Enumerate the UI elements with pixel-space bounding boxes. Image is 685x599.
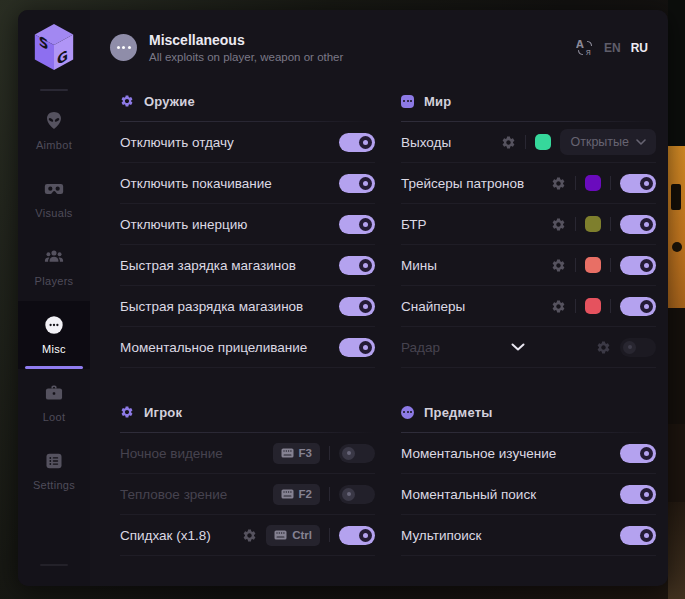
toggle[interactable] (620, 526, 656, 545)
feature-label: БТР (401, 217, 427, 232)
separator (329, 487, 330, 501)
section-title: Предметы (424, 405, 493, 420)
feature-row: Мины (401, 245, 656, 286)
expand-chevron-icon[interactable] (511, 343, 525, 351)
feature-row: Снайперы (401, 286, 656, 327)
ellipsis-circle-icon (43, 314, 65, 336)
toggle[interactable] (339, 485, 375, 504)
toggle[interactable] (339, 444, 375, 463)
cheat-menu-window: S G Aimbot Visuals Players Misc (18, 10, 668, 586)
feature-label: Выходы (401, 135, 451, 150)
sidebar-item-label: Loot (43, 411, 66, 423)
feature-label: Моментальный поиск (401, 487, 536, 502)
main-area: Miscellaneous All exploits on player, we… (90, 10, 668, 586)
dropdown[interactable]: Открытые (560, 129, 656, 155)
lang-ru-button[interactable]: RU (631, 41, 648, 55)
sidebar-nav: Aimbot Visuals Players Misc Loot (18, 97, 90, 505)
hotkey-badge[interactable]: Ctrl (266, 525, 320, 546)
feature-row: Выходы Открытые (401, 122, 656, 163)
section-world: Мир Выходы Открытые Трейсеры патронов БТ… (401, 87, 656, 368)
toggle[interactable] (339, 297, 375, 316)
color-swatch[interactable] (585, 257, 601, 273)
color-swatch[interactable] (585, 298, 601, 314)
feature-label: Отключить отдачу (120, 135, 234, 150)
gear-icon[interactable] (551, 299, 566, 314)
keyboard-icon (281, 448, 294, 458)
content-column-right: Мир Выходы Открытые Трейсеры патронов БТ… (401, 87, 656, 586)
toggle[interactable] (620, 215, 656, 234)
chevron-down-icon (636, 139, 646, 145)
lang-en-button[interactable]: EN (604, 41, 621, 55)
gear-icon[interactable] (551, 176, 566, 191)
hotkey-badge[interactable]: F2 (273, 484, 320, 505)
content: Оружие Отключить отдачу Отключить покачи… (90, 87, 668, 586)
keyboard-icon (281, 489, 294, 499)
sidebar-divider (40, 89, 68, 91)
separator (525, 135, 526, 149)
gear-icon[interactable] (242, 528, 257, 543)
misc-ellipsis-avatar-icon (110, 34, 137, 61)
gear-icon[interactable] (596, 340, 611, 355)
toggle[interactable] (339, 256, 375, 275)
color-swatch[interactable] (585, 216, 601, 232)
separator (329, 528, 330, 542)
gear-icon[interactable] (551, 258, 566, 273)
hotkey-badge[interactable]: F3 (273, 443, 320, 464)
toggle[interactable] (620, 174, 656, 193)
hotkey-label: F3 (299, 447, 312, 459)
sidebar-item-aimbot[interactable]: Aimbot (18, 97, 90, 165)
sidebar-item-label: Aimbot (36, 139, 72, 151)
sidebar-item-label: Visuals (35, 207, 72, 219)
section-weapon: Оружие Отключить отдачу Отключить покачи… (120, 87, 375, 368)
feature-label: Мультипоиск (401, 528, 481, 543)
feature-label: Трейсеры патронов (401, 176, 524, 191)
feature-label: Спидхак (x1.8) (120, 528, 211, 543)
sidebar-item-label: Misc (42, 343, 66, 355)
sidebar-bottom-divider (40, 564, 68, 566)
sidebar-item-players[interactable]: Players (18, 233, 90, 301)
hotkey-label: F2 (299, 488, 312, 500)
color-swatch[interactable] (585, 175, 601, 191)
sidebar-item-loot[interactable]: Loot (18, 369, 90, 437)
feature-label: Отключить покачивание (120, 176, 272, 191)
background-orange-banner (668, 146, 685, 308)
toggle[interactable] (339, 133, 375, 152)
toggle[interactable] (339, 215, 375, 234)
gear-icon[interactable] (551, 217, 566, 232)
page-title: Miscellaneous (149, 32, 343, 48)
svg-text:я: я (585, 47, 590, 57)
sidebar-item-visuals[interactable]: Visuals (18, 165, 90, 233)
players-group-icon (43, 246, 65, 268)
toggle[interactable] (620, 297, 656, 316)
toggle[interactable] (620, 444, 656, 463)
keyboard-icon (274, 530, 287, 540)
feature-label: Быстрая зарядка магазинов (120, 258, 296, 273)
app-logo-cube-icon: S G (31, 10, 77, 76)
toggle[interactable] (620, 485, 656, 504)
separator (575, 258, 576, 272)
sidebar-item-settings[interactable]: Settings (18, 437, 90, 505)
color-swatch[interactable] (535, 134, 551, 150)
gear-icon[interactable] (501, 135, 516, 150)
content-column-left: Оружие Отключить отдачу Отключить покачи… (120, 87, 375, 586)
toggle[interactable] (339, 174, 375, 193)
settings-list-icon (43, 450, 65, 472)
separator (575, 176, 576, 190)
feature-row: Радар (401, 327, 656, 368)
toggle[interactable] (620, 256, 656, 275)
toggle[interactable] (339, 338, 375, 357)
briefcase-icon (43, 382, 65, 404)
vr-goggles-icon (43, 178, 65, 200)
feature-label: Ночное видение (120, 446, 223, 461)
feature-row: Моментальное изучение (401, 433, 656, 474)
section-gear-icon (120, 94, 134, 108)
toggle[interactable] (339, 526, 375, 545)
section-player: Игрок Ночное видение F3 Тепловое зрение (120, 398, 375, 556)
toggle[interactable] (620, 338, 656, 357)
sidebar-item-misc[interactable]: Misc (18, 301, 90, 369)
section-items: Предметы Моментальное изучение Моменталь… (401, 398, 656, 556)
section-title: Мир (424, 94, 451, 109)
alien-icon (43, 110, 65, 132)
page-header: Miscellaneous All exploits on player, we… (90, 10, 668, 63)
feature-row: Отключить инерцию (120, 204, 375, 245)
